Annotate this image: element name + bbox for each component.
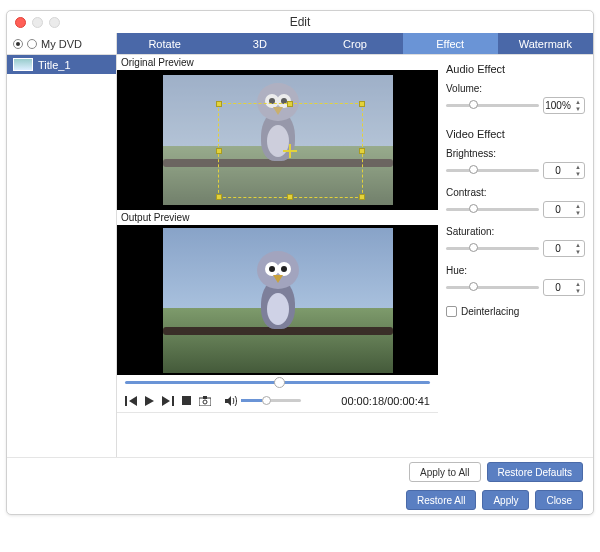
stepper-down-icon[interactable]: ▼ [572,106,584,113]
edit-window: Edit My DVD Rotate 3D Crop Effect Waterm… [6,10,594,515]
next-button[interactable] [162,396,174,406]
svg-rect-3 [203,396,207,399]
output-preview-viewer [117,225,438,375]
tab-watermark[interactable]: Watermark [498,33,593,54]
saturation-slider[interactable] [446,247,539,250]
radio-on-icon [13,39,23,49]
close-button[interactable]: Close [535,490,583,510]
audio-section-label: Audio Effect [446,63,585,75]
brightness-label: Brightness: [446,148,585,159]
contrast-label: Contrast: [446,187,585,198]
crop-selection[interactable] [218,103,363,198]
title-tree: Title_1 [7,55,117,457]
brightness-slider[interactable] [446,169,539,172]
playback-time: 00:00:18/00:00:41 [341,395,430,407]
saturation-label: Saturation: [446,226,585,237]
snapshot-button[interactable] [199,396,211,406]
hue-input[interactable]: 0▲▼ [543,279,585,296]
hue-slider[interactable] [446,286,539,289]
zoom-window-icon[interactable] [49,17,60,28]
tab-3d[interactable]: 3D [212,33,307,54]
action-bar-upper: Apply to All Restore Defaults [7,457,593,486]
action-bar-lower: Restore All Apply Close [7,486,593,514]
output-preview-label: Output Preview [117,210,438,225]
scrub-bar[interactable] [117,375,438,389]
restore-defaults-button[interactable]: Restore Defaults [487,462,583,482]
svg-rect-1 [199,398,211,406]
deinterlace-label: Deinterlacing [461,306,519,317]
output-frame [163,228,393,373]
crop-handle-se[interactable] [359,194,365,200]
apply-to-all-button[interactable]: Apply to All [409,462,480,482]
original-preview-label: Original Preview [117,55,438,70]
volume-control [225,396,301,406]
play-button[interactable] [145,396,154,406]
tab-effect[interactable]: Effect [403,33,498,54]
original-frame [163,75,393,205]
radio-off-icon [27,39,37,49]
crop-handle-e[interactable] [359,148,365,154]
window-title: Edit [290,15,311,29]
crop-handle-nw[interactable] [216,101,222,107]
prev-button[interactable] [125,396,137,406]
thumbnail-icon [13,58,33,71]
checkbox-icon [446,306,457,317]
restore-all-button[interactable]: Restore All [406,490,476,510]
svg-point-2 [203,400,207,404]
crop-center-icon[interactable] [283,144,297,158]
effect-tabs: Rotate 3D Crop Effect Watermark [117,33,593,54]
playback-controls: 00:00:18/00:00:41 [117,389,438,413]
volume-effect-slider[interactable] [446,104,539,107]
original-preview-viewer [117,70,438,210]
titlebar: Edit [7,11,593,33]
crop-handle-sw[interactable] [216,194,222,200]
close-window-icon[interactable] [15,17,26,28]
preview-area: Original Preview [117,55,438,457]
deinterlace-checkbox[interactable]: Deinterlacing [446,306,585,317]
crop-handle-ne[interactable] [359,101,365,107]
tab-rotate[interactable]: Rotate [117,33,212,54]
volume-value-input[interactable]: 100%▲▼ [543,97,585,114]
apply-button[interactable]: Apply [482,490,529,510]
scrub-knob[interactable] [274,377,285,388]
svg-rect-0 [182,396,191,405]
window-controls [15,17,60,28]
tree-item-title[interactable]: Title_1 [7,55,116,74]
stepper-up-icon[interactable]: ▲ [572,99,584,106]
volume-slider[interactable] [241,399,301,402]
tree-header[interactable]: My DVD [7,33,117,54]
volume-icon[interactable] [225,396,237,406]
saturation-input[interactable]: 0▲▼ [543,240,585,257]
hue-label: Hue: [446,265,585,276]
crop-handle-n[interactable] [287,101,293,107]
tab-crop[interactable]: Crop [307,33,402,54]
volume-label: Volume: [446,83,585,94]
minimize-window-icon[interactable] [32,17,43,28]
crop-handle-w[interactable] [216,148,222,154]
tree-item-label: Title_1 [38,59,71,71]
effect-panel: Audio Effect Volume: 100%▲▼ Video Effect… [438,55,593,457]
video-section-label: Video Effect [446,128,585,140]
stop-button[interactable] [182,396,191,405]
tree-header-label: My DVD [41,38,82,50]
brightness-input[interactable]: 0▲▼ [543,162,585,179]
contrast-slider[interactable] [446,208,539,211]
contrast-input[interactable]: 0▲▼ [543,201,585,218]
crop-handle-s[interactable] [287,194,293,200]
